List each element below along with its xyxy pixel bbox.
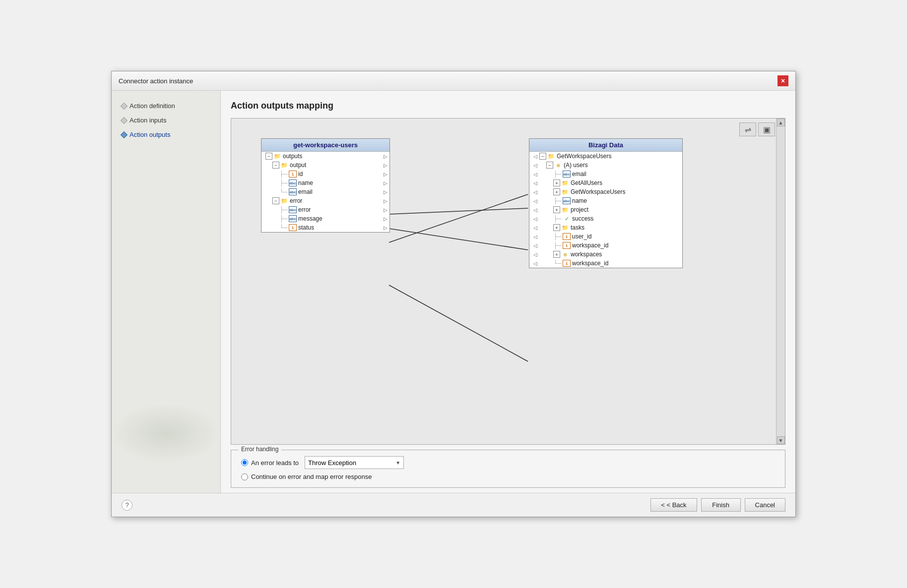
- throw-exception-dropdown[interactable]: Throw Exception ▼: [305, 456, 404, 469]
- dashed-workspace-id-2: └─: [553, 260, 562, 267]
- tree-item-gau: ◁ + 📁 GetAllUsers: [529, 178, 682, 187]
- cancel-button[interactable]: Cancel: [745, 498, 785, 512]
- sidebar-item-label-3: Action outputs: [130, 131, 170, 138]
- error-handling-legend: Error handling: [238, 446, 281, 453]
- expand-gwu[interactable]: −: [539, 153, 546, 160]
- label-outputs: outputs: [283, 153, 302, 160]
- error-handling: Error handling An error leads to Throw E…: [231, 450, 785, 488]
- port-status: ▷: [384, 225, 388, 231]
- tree-item-status: └─ 1 status ▷: [261, 223, 389, 232]
- label-error-group: error: [290, 197, 302, 204]
- port-error-group: ▷: [384, 198, 388, 204]
- expand-error[interactable]: −: [272, 197, 279, 204]
- sidebar-item-action-definition[interactable]: Action definition: [120, 101, 212, 111]
- tree-item-success: ◁ ├─ ✓ success: [529, 214, 682, 223]
- expand-gwu-nested[interactable]: +: [553, 188, 560, 195]
- radio-error-leads-to[interactable]: [241, 459, 248, 466]
- array-icon-users: ⊕: [554, 162, 562, 169]
- port-id: ▷: [384, 172, 388, 177]
- close-button[interactable]: ×: [777, 75, 788, 86]
- page-icon: ▣: [763, 125, 771, 134]
- label-status: status: [298, 224, 314, 231]
- port-left-tasks: ◁: [533, 225, 537, 231]
- help-button[interactable]: ?: [122, 500, 132, 511]
- tree-item-message: ├─ abc message ▷: [261, 214, 389, 223]
- tree-item-workspaces: ◁ + ⊕ workspaces: [529, 250, 682, 259]
- page-toolbar-btn[interactable]: ▣: [758, 122, 775, 136]
- tree-item-output: − 📁 output ▷: [261, 161, 389, 170]
- sidebar-item-action-inputs[interactable]: Action inputs: [120, 115, 212, 125]
- label-success: success: [572, 215, 593, 222]
- label-tasks: tasks: [571, 224, 584, 231]
- error-row-1: An error leads to Throw Exception ▼: [241, 456, 775, 469]
- sidebar-item-label-1: Action definition: [130, 102, 175, 110]
- scroll-down-arrow[interactable]: ▼: [777, 436, 785, 444]
- target-panel-header: Bizagi Data: [529, 139, 682, 152]
- num-icon-workspace-id: 1: [563, 242, 571, 249]
- label-output: output: [290, 162, 306, 169]
- tree-item-t-name: ◁ ├─ abc name: [529, 196, 682, 205]
- label-message: message: [298, 215, 323, 222]
- map-toolbar-btn[interactable]: ⇌: [739, 122, 756, 136]
- port-left-workspaces: ◁: [533, 252, 537, 257]
- expand-project[interactable]: +: [553, 206, 560, 213]
- label-project: project: [571, 206, 588, 213]
- num-icon-user-id: 1: [563, 233, 571, 240]
- sidebar-item-action-outputs[interactable]: Action outputs: [120, 129, 212, 140]
- scrollbar[interactable]: ▲ ▼: [776, 118, 785, 444]
- expand-output[interactable]: −: [272, 162, 279, 169]
- radio-label-2[interactable]: Continue on error and map error response: [241, 473, 372, 480]
- expand-gau[interactable]: +: [553, 179, 560, 186]
- port-left-t-email: ◁: [533, 172, 537, 177]
- port-left-gau: ◁: [533, 180, 537, 186]
- radio-continue-on-error[interactable]: [241, 473, 248, 480]
- label-id: id: [298, 171, 303, 177]
- port-left-gwu-nested: ◁: [533, 189, 537, 195]
- main-content: Action outputs mapping ⇌ ▣ ▲ ▼: [221, 91, 795, 493]
- mapping-toolbar: ⇌ ▣: [739, 122, 775, 136]
- port-left-gwu: ◁: [533, 154, 537, 159]
- finish-button[interactable]: Finish: [701, 498, 741, 512]
- sidebar-diamond-3: [121, 131, 128, 138]
- source-panel: get-workspace-users − 📁 outputs ▷: [261, 138, 390, 233]
- dialog-footer: ? < < Back Finish Cancel: [112, 493, 795, 517]
- folder-icon-outputs: 📁: [273, 153, 281, 160]
- abc-icon-t-name: abc: [563, 197, 571, 204]
- folder-icon-project: 📁: [561, 206, 569, 213]
- dashed-line-error: ├─: [279, 206, 288, 213]
- scroll-up-arrow[interactable]: ▲: [777, 118, 785, 126]
- num-icon-status: 1: [289, 224, 297, 231]
- back-button[interactable]: < < Back: [650, 498, 697, 512]
- tree-item-gwu-nested: ◁ + 📁 GetWorkspaceUsers: [529, 187, 682, 196]
- tree-item-users: ◁ − ⊕ (A) users: [529, 161, 682, 170]
- dropdown-value: Throw Exception: [308, 459, 356, 467]
- folder-icon-gwu: 📁: [547, 153, 555, 160]
- source-panel-header: get-workspace-users: [261, 139, 389, 152]
- expand-workspaces[interactable]: +: [553, 251, 560, 258]
- folder-icon-tasks: 📁: [561, 224, 569, 231]
- expand-users[interactable]: −: [546, 162, 553, 169]
- dashed-user-id: ├─: [553, 233, 562, 240]
- mapping-canvas: get-workspace-users − 📁 outputs ▷: [231, 118, 776, 444]
- port-left-user-id: ◁: [533, 234, 537, 239]
- dialog-title: Connector action instance: [119, 77, 193, 85]
- label-users: (A) users: [564, 162, 588, 169]
- port-message: ▷: [384, 216, 388, 222]
- port-left-workspace-id: ◁: [533, 243, 537, 248]
- port-left-workspace-id-2: ◁: [533, 261, 537, 266]
- port-outputs: ▷: [384, 154, 388, 159]
- expand-tasks[interactable]: +: [553, 224, 560, 231]
- label-t-email: email: [572, 171, 586, 177]
- port-left-success: ◁: [533, 216, 537, 222]
- abc-icon-t-email: abc: [563, 171, 571, 177]
- dropdown-arrow: ▼: [395, 460, 400, 466]
- radio-label-1[interactable]: An error leads to: [241, 459, 299, 467]
- tree-item-t-email: ◁ ├─ abc email: [529, 170, 682, 178]
- port-left-t-name: ◁: [533, 198, 537, 204]
- folder-icon-output: 📁: [280, 162, 288, 169]
- abc-icon-name: abc: [289, 179, 297, 186]
- port-output: ▷: [384, 163, 388, 168]
- sidebar-diamond-2: [121, 117, 128, 123]
- expand-outputs[interactable]: −: [265, 153, 272, 160]
- sidebar-item-label-2: Action inputs: [130, 117, 166, 124]
